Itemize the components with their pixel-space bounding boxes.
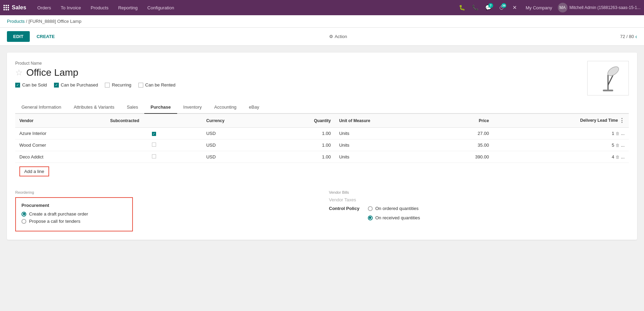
chat-icon[interactable]: 💬 7	[483, 2, 494, 13]
user-menu[interactable]: MA Mitchell Admin (15881263-saas-15-1...	[558, 3, 641, 12]
phone-icon[interactable]: 📞	[470, 2, 481, 13]
recurring-label: Recurring	[112, 82, 131, 88]
breadcrumb-parent[interactable]: Products	[7, 19, 25, 24]
radio-draft-po[interactable]	[21, 212, 26, 217]
breadcrumb-current: [FURN_8888] Office Lamp	[28, 19, 81, 24]
uom[interactable]: Units	[335, 139, 436, 151]
column-options-icon[interactable]: ⋮	[619, 118, 625, 124]
tab-ebay[interactable]: eBay	[243, 101, 265, 114]
reordering-section: Reordering Procurement Create a draft pu…	[15, 190, 315, 231]
pagination-chevron-left[interactable]: ‹	[635, 34, 637, 40]
procurement-label: Procurement	[21, 203, 127, 208]
subcontracted-check[interactable]	[106, 151, 202, 163]
can-be-sold-box[interactable]: ✓	[15, 83, 20, 88]
procurement-option-draft-po[interactable]: Create a draft purchase order	[21, 211, 127, 217]
company-selector[interactable]: My Company	[523, 5, 555, 10]
col-uom: Unit of Measure	[335, 114, 436, 128]
radio-received-qty[interactable]	[368, 216, 373, 220]
app-logo[interactable]: Sales	[3, 4, 26, 11]
product-tabs: General Information Attributes & Variant…	[15, 101, 629, 114]
tab-general-information[interactable]: General Information	[15, 101, 67, 114]
radio-call-tenders[interactable]	[21, 219, 26, 224]
control-ordered-qty[interactable]: On ordered quantities	[368, 206, 420, 211]
vendor-taxes-label: Vendor Taxes	[329, 197, 629, 202]
tab-attributes-variants[interactable]: Attributes & Variants	[67, 101, 121, 114]
product-header-left: Product Name ☆ Office Lamp ✓ Can be Sold…	[15, 61, 175, 88]
can-be-rented-box[interactable]	[138, 83, 143, 88]
tab-purchase[interactable]: Purchase	[144, 101, 177, 114]
currency[interactable]: USD	[202, 151, 270, 163]
lead-time[interactable]: 5 🗑 ...	[493, 139, 629, 151]
edit-button[interactable]: EDIT	[7, 31, 30, 42]
add-line-button[interactable]: Add a line	[19, 166, 49, 176]
lead-time[interactable]: 4 🗑 ...	[493, 151, 629, 163]
product-name-label: Product Name	[15, 61, 175, 66]
delete-icon[interactable]: 🗑	[616, 155, 620, 159]
menu-to-invoice[interactable]: To Invoice	[56, 0, 86, 15]
price[interactable]: 27.00	[436, 128, 493, 139]
row-more-icon[interactable]: ...	[621, 131, 625, 136]
row-more-icon[interactable]: ...	[621, 154, 625, 159]
recurring-box[interactable]	[105, 83, 110, 88]
table-row: Wood Corner USD 1.00 Units 35.00 5 🗑 ...	[15, 139, 629, 151]
action-menu[interactable]: ⚙ Action	[329, 34, 347, 39]
quantity[interactable]: 1.00	[270, 128, 335, 139]
vendor-table: Vendor Subcontracted Currency Quantity U…	[15, 114, 629, 163]
delete-icon[interactable]: 🗑	[616, 143, 620, 148]
menu-orders[interactable]: Orders	[33, 0, 56, 15]
product-title: Office Lamp	[26, 67, 78, 78]
control-received-qty[interactable]: On received quantities	[368, 215, 420, 220]
can-be-purchased-checkbox[interactable]: ✓ Can be Purchased	[54, 82, 98, 88]
control-policy-row: Control Policy On ordered quantities On …	[329, 206, 629, 222]
price[interactable]: 390.00	[436, 151, 493, 163]
procurement-option-call-tenders[interactable]: Propose a call for tenders	[21, 219, 127, 224]
tab-accounting[interactable]: Accounting	[208, 101, 243, 114]
subcontracted-check[interactable]	[106, 139, 202, 151]
can-be-purchased-box[interactable]: ✓	[54, 83, 59, 88]
col-subcontracted: Subcontracted	[106, 114, 202, 128]
product-card: Product Name ☆ Office Lamp ✓ Can be Sold…	[7, 53, 637, 240]
delete-icon[interactable]: 🗑	[616, 131, 620, 136]
topnav-right: 🐛 📞 💬 7 ⏱ 36 ✕ My Company MA Mitchell Ad…	[457, 2, 641, 13]
can-be-sold-checkbox[interactable]: ✓ Can be Sold	[15, 82, 47, 88]
favorite-star-icon[interactable]: ☆	[15, 68, 23, 77]
tab-inventory[interactable]: Inventory	[177, 101, 208, 114]
currency[interactable]: USD	[202, 139, 270, 151]
vendor-name[interactable]: Azure Interior	[15, 128, 106, 139]
price[interactable]: 35.00	[436, 139, 493, 151]
procurement-box: Procurement Create a draft purchase orde…	[15, 197, 133, 231]
chat-badge: 7	[488, 3, 493, 8]
lead-time[interactable]: 1 🗑 ...	[493, 128, 629, 139]
app-name: Sales	[12, 4, 26, 11]
menu-reporting[interactable]: Reporting	[113, 0, 142, 15]
quantity[interactable]: 1.00	[270, 151, 335, 163]
main-content: Product Name ☆ Office Lamp ✓ Can be Sold…	[0, 46, 644, 247]
col-price: Price	[436, 114, 493, 128]
gear-icon: ⚙	[329, 34, 333, 39]
vendor-name[interactable]: Deco Addict	[15, 151, 106, 163]
check-icon: ✓	[152, 132, 156, 136]
ordered-qty-label: On ordered quantities	[375, 206, 419, 211]
uom[interactable]: Units	[335, 151, 436, 163]
settings-icon[interactable]: ✕	[510, 2, 520, 13]
product-checkboxes: ✓ Can be Sold ✓ Can be Purchased Recurri…	[15, 82, 175, 88]
can-be-rented-checkbox[interactable]: Can be Rented	[138, 82, 175, 88]
recurring-checkbox[interactable]: Recurring	[105, 82, 131, 88]
clock-icon[interactable]: ⏱ 36	[497, 2, 507, 13]
bug-icon[interactable]: 🐛	[457, 2, 468, 13]
currency[interactable]: USD	[202, 128, 270, 139]
radio-ordered-qty[interactable]	[368, 206, 373, 211]
quantity[interactable]: 1.00	[270, 139, 335, 151]
vendor-name[interactable]: Wood Corner	[15, 139, 106, 151]
menu-products[interactable]: Products	[86, 0, 113, 15]
subcontracted-check[interactable]: ✓	[106, 128, 202, 139]
menu-configuration[interactable]: Configuration	[143, 0, 179, 15]
can-be-purchased-label: Can be Purchased	[61, 82, 98, 88]
create-button[interactable]: CREATE	[35, 31, 56, 42]
call-tenders-label: Propose a call for tenders	[29, 219, 80, 224]
uom[interactable]: Units	[335, 128, 436, 139]
top-navigation: Sales Orders To Invoice Products Reporti…	[0, 0, 644, 15]
tab-sales[interactable]: Sales	[120, 101, 144, 114]
row-more-icon[interactable]: ...	[621, 143, 625, 148]
pagination: 72 / 80 ‹	[620, 34, 637, 40]
